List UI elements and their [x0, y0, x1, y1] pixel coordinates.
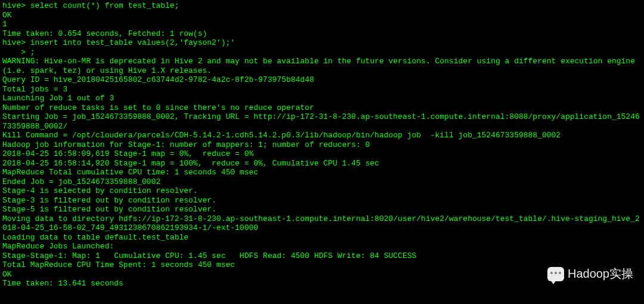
terminal-line: WARNING: Hive-on-MR is deprecated in Hiv…	[2, 57, 642, 75]
terminal-line: hive> select count(*) from test_table;	[2, 1, 642, 11]
terminal-line: MapReduce Total cumulative CPU time: 1 s…	[2, 168, 642, 177]
terminal-line: Moving data to directory hdfs://ip-172-3…	[2, 214, 642, 233]
terminal-line: Query ID = hive_20180425165802_c63744d2-…	[2, 75, 642, 85]
terminal-line: OK	[2, 11, 642, 20]
terminal-line: MapReduce Jobs Launched:	[2, 242, 642, 251]
terminal-line: Time taken: 0.654 seconds, Fetched: 1 ro…	[2, 29, 642, 39]
terminal-line: Stage-5 is filtered out by condition res…	[2, 205, 642, 214]
terminal-line: Launching Job 1 out of 3	[2, 94, 642, 103]
terminal-line: > ;	[2, 48, 642, 57]
terminal-line: OK	[2, 270, 642, 280]
terminal-line: Stage-3 is filtered out by condition res…	[2, 196, 642, 205]
terminal-line: Time taken: 13.641 seconds	[2, 279, 642, 288]
terminal-line: Loading data to table default.test_table	[2, 233, 642, 242]
terminal-line: Total jobs = 3	[2, 85, 642, 94]
terminal-line: Total MapReduce CPU Time Spent: 1 second…	[2, 260, 642, 270]
terminal-line: 2018-04-25 16:58:09,619 Stage-1 map = 0%…	[2, 149, 642, 159]
terminal-line: Starting Job = job_1524673359888_0002, T…	[2, 112, 642, 131]
terminal-line: Number of reduce tasks is set to 0 since…	[2, 103, 642, 113]
terminal-line: Hadoop job information for Stage-1: numb…	[2, 140, 642, 150]
terminal-line: Ended Job = job_1524673359888_0002	[2, 177, 642, 187]
terminal-line: hive> insert into test_table values(2,'f…	[2, 38, 642, 48]
terminal-line: Stage-Stage-1: Map: 1 Cumulative CPU: 1.…	[2, 251, 642, 261]
terminal-line: 1	[2, 20, 642, 29]
terminal-line: Kill Command = /opt/cloudera/parcels/CDH…	[2, 131, 642, 140]
terminal-output[interactable]: hive> select count(*) from test_table;OK…	[0, 0, 644, 290]
terminal-line: 2018-04-25 16:58:14,920 Stage-1 map = 10…	[2, 159, 642, 168]
terminal-line: Stage-4 is selected by condition resolve…	[2, 186, 642, 196]
